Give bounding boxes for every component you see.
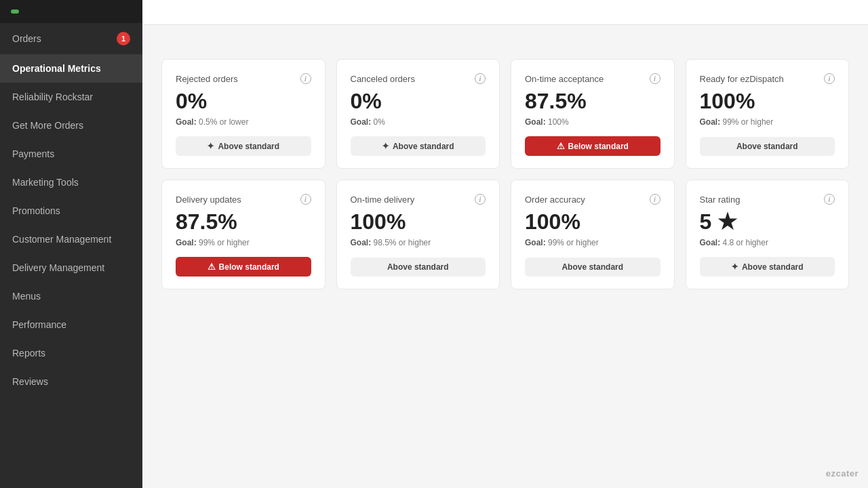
nav-items: Orders1Operational MetricsReliability Ro…	[0, 23, 142, 396]
logo-ez	[11, 9, 19, 14]
sidebar-item-menus[interactable]: Menus	[0, 282, 142, 310]
sidebar-item-reliability-rockstar[interactable]: Reliability Rockstar	[0, 83, 142, 111]
metric-card-star-rating: Star ratingi5 ★Goal: 4.8 or higher✦Above…	[686, 180, 850, 289]
card-header-star-rating: Star ratingi	[700, 194, 835, 205]
status-label-canceled-orders: Above standard	[393, 142, 454, 151]
sidebar-item-label-marketing-tools: Marketing Tools	[12, 177, 79, 188]
status-btn-star-rating[interactable]: ✦Above standard	[700, 257, 835, 277]
sidebar-item-label-orders: Orders	[12, 33, 41, 44]
nav-badge-orders: 1	[117, 32, 130, 45]
status-label-on-time-delivery: Above standard	[387, 262, 449, 272]
sidebar-item-label-menus: Menus	[12, 291, 41, 302]
card-header-order-accuracy: Order accuracyi	[525, 194, 660, 205]
info-icon-canceled-orders[interactable]: i	[475, 73, 486, 84]
status-label-delivery-updates: Below standard	[219, 262, 279, 272]
sidebar-item-delivery-management[interactable]: Delivery Management	[0, 253, 142, 282]
status-btn-delivery-updates[interactable]: ⚠Below standard	[176, 257, 311, 277]
metric-card-on-time-acceptance: On-time acceptancei87.5%Goal: 100%⚠Below…	[511, 59, 675, 169]
card-header-delivery-updates: Delivery updatesi	[176, 194, 311, 205]
status-btn-on-time-delivery[interactable]: Above standard	[351, 258, 486, 277]
sidebar-item-label-reviews: Reviews	[12, 376, 48, 387]
info-icon-star-rating[interactable]: i	[824, 194, 835, 205]
card-title-canceled-orders: Canceled orders	[351, 74, 415, 84]
card-title-order-accuracy: Order accuracy	[525, 195, 585, 205]
sidebar-item-label-reliability-rockstar: Reliability Rockstar	[12, 92, 93, 102]
card-goal-on-time-acceptance: Goal: 100%	[525, 117, 660, 127]
info-icon-on-time-delivery[interactable]: i	[475, 194, 486, 205]
card-header-canceled-orders: Canceled ordersi	[351, 73, 486, 84]
card-title-rejected-orders: Rejected orders	[176, 74, 238, 84]
card-value-canceled-orders: 0%	[351, 89, 486, 113]
info-icon-order-accuracy[interactable]: i	[650, 194, 660, 205]
sparkle-icon: ✦	[207, 141, 214, 151]
sidebar-item-label-operational-metrics: Operational Metrics	[12, 63, 101, 74]
card-value-on-time-acceptance: 87.5%	[525, 89, 660, 113]
sidebar-item-operational-metrics[interactable]: Operational Metrics	[0, 54, 142, 83]
card-title-on-time-delivery: On-time delivery	[351, 195, 415, 205]
card-header-ready-ezdispatch: Ready for ezDispatchi	[700, 73, 835, 84]
sidebar-item-label-customer-management: Customer Management	[12, 234, 111, 245]
sidebar: Orders1Operational MetricsReliability Ro…	[0, 0, 142, 488]
watermark-ez-text: ez	[826, 468, 836, 479]
status-label-ready-ezdispatch: Above standard	[736, 142, 798, 151]
status-btn-canceled-orders[interactable]: ✦Above standard	[351, 136, 486, 156]
alert-icon: ⚠	[557, 141, 565, 151]
card-value-delivery-updates: 87.5%	[176, 210, 311, 234]
card-title-delivery-updates: Delivery updates	[176, 195, 241, 205]
info-icon-ready-ezdispatch[interactable]: i	[824, 73, 835, 84]
sidebar-item-orders[interactable]: Orders1	[0, 23, 142, 54]
status-btn-on-time-acceptance[interactable]: ⚠Below standard	[525, 136, 660, 156]
metric-card-canceled-orders: Canceled ordersi0%Goal: 0%✦Above standar…	[336, 59, 500, 169]
status-btn-rejected-orders[interactable]: ✦Above standard	[176, 136, 311, 156]
metrics-row-1: Rejected ordersi0%Goal: 0.5% or lower✦Ab…	[161, 59, 849, 169]
status-btn-ready-ezdispatch[interactable]: Above standard	[700, 137, 835, 156]
sidebar-item-label-payments: Payments	[12, 148, 54, 159]
info-icon-rejected-orders[interactable]: i	[300, 73, 311, 84]
sidebar-item-get-more-orders[interactable]: Get More Orders	[0, 111, 142, 140]
info-icon-on-time-acceptance[interactable]: i	[650, 73, 660, 84]
metric-card-order-accuracy: Order accuracyi100%Goal: 99% or higherAb…	[511, 180, 675, 289]
card-header-on-time-acceptance: On-time acceptancei	[525, 73, 660, 84]
sidebar-item-reviews[interactable]: Reviews	[0, 367, 142, 396]
status-label-on-time-acceptance: Below standard	[568, 142, 629, 151]
sparkle-icon: ✦	[731, 262, 738, 272]
card-goal-canceled-orders: Goal: 0%	[351, 117, 486, 127]
sidebar-item-performance[interactable]: Performance	[0, 310, 142, 339]
card-goal-ready-ezdispatch: Goal: 99% or higher	[700, 117, 835, 127]
metric-card-delivery-updates: Delivery updatesi87.5%Goal: 99% or highe…	[161, 180, 326, 289]
sparkle-icon: ✦	[382, 141, 389, 151]
watermark: ezcater	[826, 468, 859, 479]
status-label-star-rating: Above standard	[742, 262, 804, 272]
card-title-star-rating: Star rating	[700, 195, 741, 205]
card-value-ready-ezdispatch: 100%	[700, 89, 835, 113]
topbar	[142, 0, 868, 25]
card-goal-on-time-delivery: Goal: 98.5% or higher	[351, 238, 486, 248]
sidebar-item-label-delivery-management: Delivery Management	[12, 262, 104, 273]
card-header-rejected-orders: Rejected ordersi	[176, 73, 311, 84]
card-goal-star-rating: Goal: 4.8 or higher	[700, 238, 835, 247]
sidebar-item-label-get-more-orders: Get More Orders	[12, 120, 83, 131]
info-icon-delivery-updates[interactable]: i	[300, 194, 311, 205]
sidebar-item-label-performance: Performance	[12, 319, 66, 330]
sidebar-item-label-promotions: Promotions	[12, 205, 60, 216]
logo	[0, 0, 142, 23]
sidebar-item-label-reports: Reports	[12, 348, 45, 359]
card-value-rejected-orders: 0%	[176, 89, 311, 113]
card-title-ready-ezdispatch: Ready for ezDispatch	[700, 74, 784, 84]
metric-card-on-time-delivery: On-time deliveryi100%Goal: 98.5% or high…	[336, 180, 500, 289]
card-goal-order-accuracy: Goal: 99% or higher	[525, 238, 660, 248]
metrics-row-2: Delivery updatesi87.5%Goal: 99% or highe…	[161, 180, 849, 289]
sidebar-item-payments[interactable]: Payments	[0, 140, 142, 168]
status-label-rejected-orders: Above standard	[218, 142, 279, 151]
card-value-order-accuracy: 100%	[525, 210, 660, 234]
main-content: Rejected ordersi0%Goal: 0.5% or lower✦Ab…	[142, 0, 868, 488]
card-goal-delivery-updates: Goal: 99% or higher	[176, 238, 311, 247]
sidebar-item-customer-management[interactable]: Customer Management	[0, 225, 142, 253]
watermark-cater-text: cater	[835, 468, 859, 479]
sidebar-item-reports[interactable]: Reports	[0, 339, 142, 367]
card-value-on-time-delivery: 100%	[351, 210, 486, 234]
sidebar-item-marketing-tools[interactable]: Marketing Tools	[0, 168, 142, 197]
card-goal-rejected-orders: Goal: 0.5% or lower	[176, 117, 311, 127]
sidebar-item-promotions[interactable]: Promotions	[0, 197, 142, 225]
status-btn-order-accuracy[interactable]: Above standard	[525, 258, 660, 277]
